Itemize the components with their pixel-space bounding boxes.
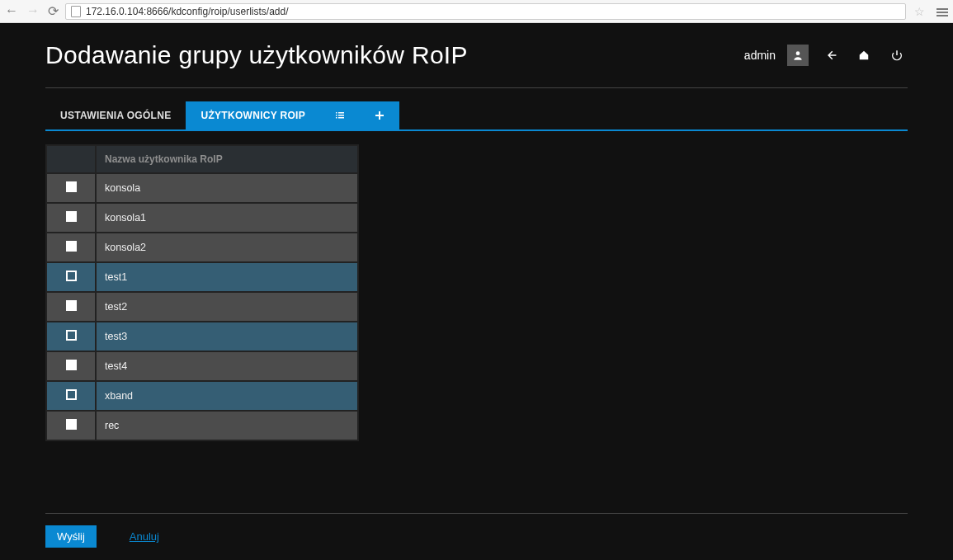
row-checkbox-cell[interactable] bbox=[47, 382, 95, 410]
row-checkbox-cell[interactable] bbox=[47, 322, 95, 351]
row-checkbox-cell[interactable] bbox=[47, 293, 95, 321]
row-checkbox-cell[interactable] bbox=[47, 263, 95, 291]
row-checkbox-cell[interactable] bbox=[47, 204, 95, 232]
bookmark-icon[interactable]: ☆ bbox=[914, 5, 925, 18]
checkbox-icon[interactable] bbox=[66, 419, 77, 430]
url-text: 172.16.0.104:8666/kdconfig/roip/userlist… bbox=[86, 6, 289, 17]
menu-icon[interactable] bbox=[936, 7, 948, 16]
users-table: Nazwa użytkownika RoIP konsolakonsola1ko… bbox=[45, 144, 359, 441]
page-header: Dodawanie grupy użytkowników RoIP admin bbox=[45, 41, 908, 88]
table-row[interactable]: rec bbox=[47, 412, 357, 440]
row-name-cell: konsola2 bbox=[97, 233, 357, 261]
checkbox-column-header bbox=[47, 146, 95, 172]
svg-rect-8 bbox=[375, 115, 384, 116]
svg-rect-4 bbox=[338, 115, 344, 116]
svg-rect-6 bbox=[338, 117, 344, 119]
table-row[interactable]: test2 bbox=[47, 293, 357, 321]
row-checkbox-cell[interactable] bbox=[47, 352, 95, 380]
row-checkbox-cell[interactable] bbox=[47, 174, 95, 202]
nav-arrows: ← → ⟳ bbox=[5, 3, 59, 19]
page-title: Dodawanie grupy użytkowników RoIP bbox=[45, 41, 468, 69]
checkbox-icon[interactable] bbox=[66, 300, 77, 311]
row-name-cell: test3 bbox=[97, 322, 357, 351]
checkbox-icon[interactable] bbox=[66, 330, 77, 341]
row-name-cell: test4 bbox=[97, 352, 357, 380]
svg-rect-5 bbox=[336, 117, 337, 119]
checkbox-icon[interactable] bbox=[66, 211, 77, 222]
row-name-cell: konsola bbox=[97, 174, 357, 202]
table-row[interactable]: xband bbox=[47, 382, 357, 410]
url-bar[interactable]: 172.16.0.104:8666/kdconfig/roip/userlist… bbox=[65, 3, 906, 20]
username-label: admin bbox=[744, 49, 776, 62]
svg-rect-3 bbox=[336, 115, 337, 116]
browser-chrome: ← → ⟳ 172.16.0.104:8666/kdconfig/roip/us… bbox=[0, 0, 953, 23]
submit-button[interactable]: Wyślij bbox=[45, 525, 97, 548]
page-icon bbox=[71, 6, 81, 17]
checkbox-icon[interactable] bbox=[66, 241, 77, 252]
checkbox-icon[interactable] bbox=[66, 389, 77, 400]
forward-icon[interactable]: → bbox=[26, 3, 40, 19]
user-icon[interactable] bbox=[787, 45, 809, 66]
row-name-cell: test1 bbox=[97, 263, 357, 291]
tab-bar: USTAWIENIA OGÓLNE UŻYTKOWNICY ROIP bbox=[45, 101, 908, 131]
name-column-header: Nazwa użytkownika RoIP bbox=[97, 146, 357, 172]
row-checkbox-cell[interactable] bbox=[47, 412, 95, 440]
row-name-cell: test2 bbox=[97, 293, 357, 321]
back-icon[interactable]: ← bbox=[5, 3, 18, 19]
checkbox-icon[interactable] bbox=[66, 360, 77, 370]
page-body: Dodawanie grupy użytkowników RoIP admin … bbox=[0, 23, 953, 441]
user-area: admin bbox=[744, 45, 908, 66]
form-footer: Wyślij Anuluj bbox=[45, 513, 908, 548]
tab-roip-users[interactable]: UŻYTKOWNICY ROIP bbox=[186, 101, 320, 129]
users-table-wrap: Nazwa użytkownika RoIP konsolakonsola1ko… bbox=[45, 144, 359, 441]
table-row[interactable]: test4 bbox=[47, 352, 357, 380]
home-icon[interactable] bbox=[853, 45, 875, 66]
table-row[interactable]: konsola2 bbox=[47, 233, 357, 261]
table-row[interactable]: konsola bbox=[47, 174, 357, 202]
tab-general[interactable]: USTAWIENIA OGÓLNE bbox=[45, 101, 186, 129]
checkbox-icon[interactable] bbox=[66, 181, 77, 192]
tab-list-icon[interactable] bbox=[320, 101, 360, 129]
checkbox-icon[interactable] bbox=[66, 271, 77, 281]
row-name-cell: konsola1 bbox=[97, 204, 357, 232]
reload-icon[interactable]: ⟳ bbox=[48, 3, 59, 19]
svg-point-0 bbox=[796, 51, 800, 55]
table-row[interactable]: konsola1 bbox=[47, 204, 357, 232]
row-checkbox-cell[interactable] bbox=[47, 233, 95, 261]
row-name-cell: rec bbox=[97, 412, 357, 440]
table-row[interactable]: test3 bbox=[47, 322, 357, 351]
power-icon[interactable] bbox=[886, 45, 908, 66]
cancel-link[interactable]: Anuluj bbox=[130, 530, 159, 543]
row-name-cell: xband bbox=[97, 382, 357, 410]
table-row[interactable]: test1 bbox=[47, 263, 357, 291]
svg-rect-1 bbox=[336, 112, 337, 114]
svg-rect-2 bbox=[338, 112, 344, 114]
back-arrow-icon[interactable] bbox=[820, 45, 842, 66]
tab-add-icon[interactable] bbox=[360, 101, 399, 129]
